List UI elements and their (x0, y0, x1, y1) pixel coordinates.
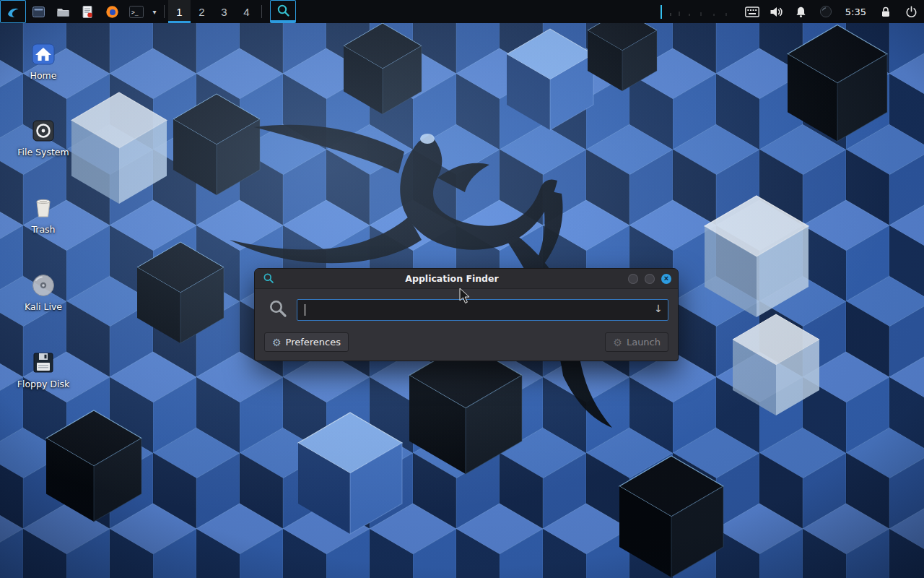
application-finder-window-icon (263, 272, 274, 287)
text-editor-launcher[interactable] (75, 0, 100, 23)
workspace-2[interactable]: 2 (191, 0, 213, 23)
preferences-button-label: Preferences (286, 337, 341, 348)
kali-logo-icon (6, 4, 20, 19)
workspace-3[interactable]: 3 (213, 0, 235, 23)
status-orb-icon (819, 5, 832, 18)
minimize-button[interactable] (628, 274, 638, 284)
notifications-button[interactable] (789, 0, 814, 23)
panel-separator (164, 5, 165, 18)
desktop-icon-label: File System (7, 147, 79, 158)
folder-launcher[interactable] (51, 0, 75, 23)
search-icon (269, 299, 287, 321)
volume-button[interactable] (764, 0, 789, 23)
bell-icon (795, 6, 807, 18)
status-orb-button[interactable] (814, 0, 838, 23)
desktop-icon-kali-live[interactable]: Kali Live (7, 273, 79, 312)
desktop-icon-label: Trash (7, 224, 79, 235)
power-icon (905, 6, 918, 18)
terminal-icon: >_ (129, 6, 144, 18)
close-icon: × (664, 275, 668, 282)
search-input[interactable] (297, 299, 668, 321)
keyboard-indicator-button[interactable] (740, 0, 764, 23)
application-finder-task-icon (276, 4, 290, 17)
firefox-icon (105, 5, 119, 19)
desktop-icon-trash[interactable]: Trash (7, 196, 79, 235)
file-manager-launcher[interactable] (26, 0, 51, 23)
folder-icon (56, 5, 70, 19)
launcher-dropdown-button[interactable]: ▾ (149, 0, 160, 23)
top-panel: >_ ▾ 1 2 3 4 (0, 0, 924, 23)
chevron-down-icon: ▾ (152, 8, 156, 16)
panel-spacer (296, 0, 655, 23)
search-input-wrap: ↓ (297, 299, 668, 321)
window-title: Application Finder (284, 273, 620, 284)
desktop-icon-label: Kali Live (7, 301, 79, 312)
keyboard-icon (745, 7, 759, 17)
panel-separator (261, 5, 262, 18)
workspace-1[interactable]: 1 (168, 0, 191, 23)
desktop-icon-label: Home (7, 70, 79, 81)
close-button[interactable]: × (661, 274, 671, 284)
desktop-icon-label: Floppy Disk (7, 379, 79, 389)
taskbar-application-finder[interactable] (270, 0, 296, 23)
trash-icon (7, 196, 79, 220)
monitor-graph (655, 0, 740, 23)
launch-icon: ⚙ (613, 337, 622, 348)
lock-screen-button[interactable] (873, 0, 898, 23)
maximize-button[interactable] (645, 274, 655, 284)
desktop-icon-file-system[interactable]: File System (7, 118, 79, 158)
disc-icon (7, 273, 79, 298)
desktop-icon-home[interactable]: Home (7, 42, 79, 81)
logout-button[interactable] (898, 0, 924, 23)
speaker-icon (770, 6, 783, 18)
dropdown-arrow-icon[interactable]: ↓ (654, 303, 663, 314)
text-editor-icon (81, 5, 94, 19)
monitor-graph-icon (658, 0, 737, 23)
titlebar[interactable]: Application Finder × (255, 269, 678, 289)
workspace-switcher: 1 2 3 4 (168, 0, 258, 23)
file-manager-icon (32, 5, 45, 19)
desktop-icon-floppy-disk[interactable]: Floppy Disk (7, 350, 79, 389)
application-finder-window: Application Finder × (254, 268, 679, 361)
mouse-cursor (459, 288, 474, 305)
launch-button-label: Launch (627, 337, 661, 348)
applications-menu-button[interactable] (0, 0, 26, 23)
drive-icon (7, 118, 79, 143)
launch-button[interactable]: ⚙ Launch (605, 332, 668, 352)
floppy-icon (7, 350, 79, 375)
home-icon (7, 42, 79, 66)
terminal-launcher[interactable]: >_ (124, 0, 149, 23)
gear-icon: ⚙ (272, 337, 282, 348)
lock-icon (880, 6, 892, 18)
text-caret (305, 304, 305, 316)
svg-text:>_: >_ (131, 9, 139, 15)
firefox-launcher[interactable] (100, 0, 124, 23)
desktop-screen: >_ ▾ 1 2 3 4 (0, 0, 924, 578)
workspace-4[interactable]: 4 (235, 0, 258, 23)
clock[interactable]: 5:35 (838, 0, 873, 23)
preferences-button[interactable]: ⚙ Preferences (264, 332, 349, 352)
